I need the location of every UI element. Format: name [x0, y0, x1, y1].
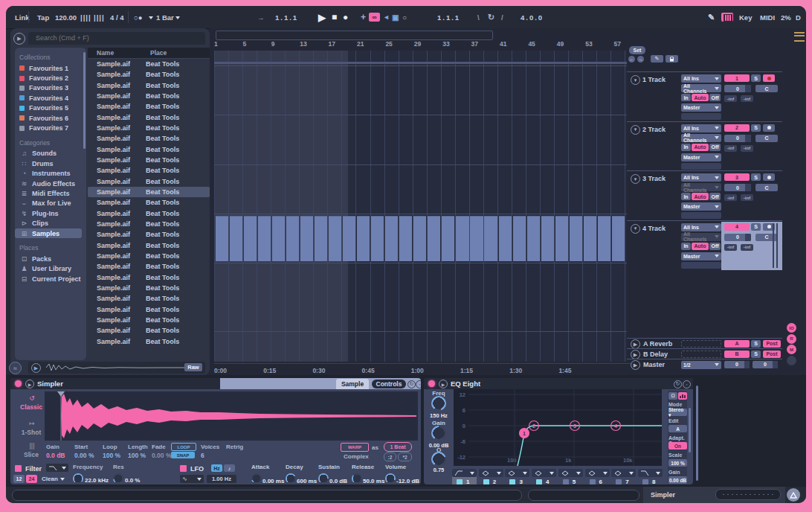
eq-band-enable-checkbox[interactable]: [536, 479, 542, 484]
track-pan-button[interactable]: C: [755, 234, 778, 241]
track-collapse-button[interactable]: ▾: [631, 75, 640, 85]
sample-display[interactable]: [45, 391, 418, 441]
env-knob-decay[interactable]: [286, 473, 296, 484]
eq-band-shape-select[interactable]: [479, 469, 503, 477]
eq-band-shape-select[interactable]: [638, 469, 663, 477]
param-value-fade[interactable]: 0.00 %: [152, 452, 171, 459]
track-volume-slider[interactable]: 0: [724, 234, 751, 241]
eq-knob-freq[interactable]: [431, 396, 446, 411]
track-number-button[interactable]: 2: [724, 124, 750, 132]
retrig-label[interactable]: Retrig: [226, 444, 243, 450]
track-solo-button[interactable]: S: [751, 223, 761, 231]
crossfade-box[interactable]: [681, 262, 721, 269]
track-channel-select[interactable]: All Channels: [681, 183, 721, 191]
hot-swap-sample-button[interactable]: ↻: [407, 380, 416, 388]
mixer-section-toggle-io[interactable]: IO: [787, 323, 796, 333]
meter-right[interactable]: -inf: [741, 244, 753, 251]
lfo-hz-button[interactable]: Hz: [211, 464, 222, 472]
frequency-knob[interactable]: [73, 473, 83, 484]
pencil-tool-button[interactable]: ✎: [651, 55, 663, 63]
device-play-icon[interactable]: ▶: [439, 380, 448, 388]
track-input-select[interactable]: All Ins: [681, 173, 721, 182]
crossfade-box[interactable]: [681, 113, 721, 120]
track-input-select[interactable]: All Ins: [681, 124, 721, 132]
save-button[interactable]: ◦: [683, 380, 691, 388]
monitor-in-button[interactable]: In: [681, 243, 691, 250]
device-drop-box[interactable]: [715, 489, 781, 500]
lock-envelopes-button[interactable]: [666, 55, 678, 63]
track-channel-select[interactable]: All Channels: [681, 233, 721, 241]
return-empty-box[interactable]: [681, 340, 721, 348]
loop-toggle-button[interactable]: LOOP: [171, 443, 196, 451]
track-volume-slider[interactable]: 0: [724, 135, 751, 142]
lfo-rate-field[interactable]: 1.00 Hz: [207, 475, 236, 483]
master-volume-slider[interactable]: 0: [724, 361, 750, 368]
monitor-off-button[interactable]: Off: [709, 94, 721, 101]
return-empty-box[interactable]: [681, 351, 721, 358]
res-knob[interactable]: [113, 473, 123, 484]
device-scrollbar[interactable]: [696, 385, 698, 481]
gain-field[interactable]: 0.00 dB: [668, 476, 687, 484]
track-channel-select[interactable]: All Channels: [681, 84, 721, 92]
mixer-section-toggle-m[interactable]: M: [787, 345, 796, 354]
meter-left[interactable]: -inf: [724, 244, 737, 251]
param-value-loop[interactable]: 100 %: [103, 452, 120, 459]
track-solo-button[interactable]: S: [751, 173, 761, 181]
monitor-off-button[interactable]: Off: [709, 243, 721, 250]
track-collapse-button[interactable]: ▾: [631, 174, 640, 184]
track-channel-select[interactable]: All Channels: [681, 134, 721, 142]
eq-knob-value-q[interactable]: 0.75: [425, 467, 452, 473]
eq-graph[interactable]: 1260-6-121001k10k 1234: [454, 389, 662, 466]
track-output-select[interactable]: Master: [681, 103, 721, 112]
return-solo-button[interactable]: S: [751, 340, 761, 348]
frequency-value[interactable]: 22.0 kHz: [85, 477, 109, 484]
eq-band-7[interactable]: 7: [611, 469, 636, 484]
env-value-release[interactable]: 50.0 ms: [363, 478, 384, 484]
monitor-in-button[interactable]: In: [681, 193, 691, 200]
lfo-checkbox[interactable]: [180, 465, 187, 472]
track-output-select[interactable]: Master: [681, 153, 721, 161]
eq-band-2[interactable]: 2: [479, 469, 503, 484]
warp-double-button[interactable]: *2: [398, 452, 412, 461]
eq-band-enable-checkbox[interactable]: [590, 479, 596, 484]
return-solo-button[interactable]: S: [751, 351, 761, 358]
track-solo-button[interactable]: S: [751, 124, 761, 132]
edit-ab-button[interactable]: A: [668, 425, 687, 432]
meter-right[interactable]: -inf: [741, 194, 753, 201]
lfo-sync-button[interactable]: ♪: [224, 464, 235, 472]
warp-beats-button[interactable]: 1 Beat: [384, 442, 412, 452]
track-input-select[interactable]: All Ins: [681, 223, 721, 231]
eq-band-shape-select[interactable]: [532, 469, 556, 477]
env-value-volume[interactable]: -12.0 dB: [396, 478, 419, 484]
env-value-decay[interactable]: 600 ms: [297, 478, 317, 484]
crossfade-box[interactable]: [681, 163, 721, 170]
tab-controls[interactable]: Controls: [372, 380, 406, 388]
hot-swap-button[interactable]: ↻: [674, 380, 682, 388]
selected-device-label[interactable]: Simpler: [651, 491, 675, 499]
eq-band-shape-select[interactable]: [452, 469, 477, 477]
snap-toggle-button[interactable]: SNAP: [171, 452, 195, 458]
mixer-section-toggle-dim[interactable]: [787, 356, 796, 365]
monitor-off-button[interactable]: Off: [709, 193, 721, 200]
eq-band-1[interactable]: 1: [452, 469, 477, 484]
scale-field[interactable]: 100 %: [668, 459, 687, 467]
eq-band-enable-checkbox[interactable]: [616, 479, 622, 484]
eq-band-6[interactable]: 6: [585, 469, 610, 484]
param-value-length[interactable]: 100 %: [128, 452, 146, 459]
meter-left[interactable]: -inf: [724, 194, 737, 201]
monitor-auto-button[interactable]: Auto: [692, 144, 709, 151]
eq-band-enable-checkbox[interactable]: [642, 479, 648, 484]
track-solo-button[interactable]: S: [751, 74, 761, 82]
track-arm-button[interactable]: [763, 124, 775, 132]
device-play-icon[interactable]: ▶: [25, 380, 34, 388]
eq-knob-q[interactable]: [431, 452, 446, 467]
prev-marker-button[interactable]: ←: [628, 56, 635, 63]
monitor-in-button[interactable]: In: [681, 144, 691, 151]
mode-slice[interactable]: Slice: [16, 451, 46, 458]
monitor-off-button[interactable]: Off: [709, 144, 721, 151]
eq-band-shape-select[interactable]: [558, 469, 583, 477]
eq-band-enable-checkbox[interactable]: [563, 479, 569, 484]
env-value-attack[interactable]: 0.00 ms: [262, 478, 284, 484]
eq-knob-value-freq[interactable]: 150 Hz: [425, 412, 452, 419]
eq-knob-gain[interactable]: [431, 426, 446, 441]
